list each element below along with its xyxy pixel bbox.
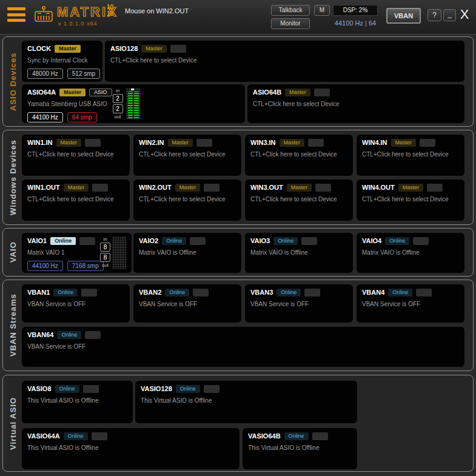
online-badge[interactable]: Online (284, 432, 309, 440)
online-badge[interactable]: Online (50, 237, 76, 245)
samplerate-box[interactable]: 44100 Hz (27, 261, 63, 271)
master-badge[interactable]: Master (56, 139, 82, 147)
device-status: VBAN Service is OFF (139, 301, 236, 307)
device-cell-vasio64a[interactable]: VASIO64A Online This Virtual ASIO is Off… (22, 428, 240, 469)
channel-count-bottom: 10 (107, 10, 113, 17)
vban-button[interactable]: VBAN (386, 8, 421, 24)
online-badge[interactable]: Online (57, 331, 81, 339)
master-badge[interactable]: Master (287, 184, 312, 192)
buffer-box[interactable]: 512 smp (67, 69, 100, 79)
device-cell-vban2[interactable]: VBAN2 Online VBAN Service is OFF (133, 284, 241, 323)
device-type-slot (314, 89, 330, 96)
online-badge[interactable]: Online (388, 289, 412, 297)
close-button[interactable]: X (456, 5, 473, 25)
minimize-button[interactable]: _ (443, 9, 456, 21)
in-label: in (103, 236, 107, 242)
talkback-button[interactable]: Talkback (271, 5, 310, 16)
section-windows-devices: Windows Devices WIN1.IN Master CTL+Click… (2, 130, 474, 225)
device-cell-vasio64b[interactable]: VASIO64B Online This Virtual ASIO is Off… (243, 428, 357, 469)
device-status: Sync by Internal Clock (27, 57, 97, 64)
master-badge[interactable]: Master (391, 139, 417, 147)
device-title: VASIO8 (27, 385, 52, 392)
master-badge[interactable]: Master (168, 139, 193, 147)
samplerate-box[interactable]: 44100 Hz (27, 112, 63, 122)
online-badge[interactable]: Online (277, 289, 301, 297)
device-cell-vban3[interactable]: VBAN3 Online VBAN Service is OFF (245, 284, 353, 323)
device-cell-vban64[interactable]: VBAN64 Online VBAN Service is OFF (22, 327, 464, 367)
status-text: Mouse on WIN2.OUT (125, 7, 189, 15)
master-badge[interactable]: Master (64, 184, 89, 192)
master-badge[interactable]: Master (59, 89, 85, 96)
section-vban-streams: VBAN Streams VBAN1 Online VBAN Service i… (2, 280, 474, 371)
online-badge[interactable]: Online (385, 237, 409, 245)
samplerate-box[interactable]: 48000 Hz (27, 69, 63, 79)
online-badge[interactable]: Online (165, 289, 189, 297)
device-title: VAIO1 (27, 237, 47, 244)
matrix-app-window: MATRIX 10 10 v 1.0.1.0 x64 Mouse on WIN2… (0, 0, 476, 476)
device-type-slot (92, 184, 108, 192)
master-badge[interactable]: Master (141, 45, 167, 53)
device-cell-win3in[interactable]: WIN3.IN Master CTL+Click here to select … (245, 135, 353, 176)
device-title: VBAN64 (27, 331, 53, 338)
online-badge[interactable]: Online (53, 289, 78, 297)
in-label: in (116, 88, 119, 93)
section-label-windows: Windows Devices (4, 130, 21, 224)
device-cell-win4out[interactable]: WIN4.OUT Master CTL+Click here to select… (357, 179, 464, 221)
device-cell-win2out[interactable]: WIN2.OUT Master CTL+Click here to select… (133, 179, 241, 221)
in-count: 2 (113, 94, 123, 103)
device-cell-vaio2[interactable]: VAIO2 Online Matrix VAIO is Offline (133, 233, 241, 273)
level-meter-panel (126, 88, 141, 119)
device-cell-asio64a[interactable]: ASIO64A Master ASIO Yamaha Steinberg USB… (22, 84, 245, 123)
device-cell-vasio8[interactable]: VASIO8 Online This Virtual ASIO is Offli… (22, 381, 133, 423)
master-badge[interactable]: Master (398, 184, 424, 192)
mute-button[interactable]: M (314, 5, 330, 16)
master-badge[interactable]: Master (280, 139, 305, 147)
device-cell-asio128[interactable]: ASIO128 Master CTL+Click here to select … (105, 41, 464, 82)
app-logo-icon (33, 5, 54, 25)
master-badge[interactable]: Master (55, 45, 81, 53)
online-badge[interactable]: Online (176, 385, 200, 393)
device-title: VAIO3 (250, 237, 270, 244)
io-channel-column: in 8 8 out (100, 236, 110, 269)
device-cell-win1out[interactable]: WIN1.OUT Master CTL+Click here to select… (22, 179, 130, 221)
master-badge[interactable]: Master (285, 89, 310, 96)
buffer-box[interactable]: 64 smp (67, 112, 97, 122)
device-cell-win1in[interactable]: WIN1.IN Master CTL+Click here to select … (22, 135, 130, 176)
device-cell-vaio3[interactable]: VAIO3 Online Matrix VAIO is Offline (245, 233, 353, 273)
device-select-hint: CTL+Click here to select Device (110, 57, 459, 64)
out-count: 8 (100, 253, 110, 262)
driver-type-badge[interactable]: ASIO (89, 89, 112, 96)
device-cell-vaio4[interactable]: VAIO4 Online Matrix VAIO is Offline (357, 233, 464, 273)
device-cell-asio64b[interactable]: ASIO64B Master CTL+Click here to select … (247, 84, 464, 123)
device-cell-vban4[interactable]: VBAN4 Online VBAN Service is OFF (357, 284, 464, 323)
device-name: Yamaha Steinberg USB ASIO (27, 101, 110, 107)
device-cell-vasio128[interactable]: VASIO128 Online This Virtual ASIO is Off… (135, 381, 357, 423)
device-cell-win4in[interactable]: WIN4.IN Master CTL+Click here to select … (357, 135, 464, 176)
online-badge[interactable]: Online (55, 385, 79, 393)
online-badge[interactable]: Online (162, 237, 186, 245)
online-badge[interactable]: Online (273, 237, 298, 245)
device-status: Matrix VAIO is Offline (362, 249, 459, 256)
device-title: VAIO4 (362, 237, 381, 244)
dsp-load-display: DSP: 2% (333, 5, 378, 16)
help-button[interactable]: ? (427, 9, 441, 21)
device-select-hint: CTL+Click here to select Device (139, 151, 236, 158)
device-status: VBAN Service is OFF (27, 343, 459, 350)
monitor-button[interactable]: Monitor (271, 18, 310, 29)
device-cell-win2in[interactable]: WIN2.IN Master CTL+Click here to select … (133, 135, 241, 176)
device-cell-vban1[interactable]: VBAN1 Online VBAN Service is OFF (22, 284, 130, 323)
title-bar: MATRIX 10 10 v 1.0.1.0 x64 Mouse on WIN2… (0, 0, 476, 35)
buffer-box[interactable]: 7168 smp (67, 261, 104, 271)
device-select-hint: CTL+Click here to select Device (250, 151, 347, 158)
master-badge[interactable]: Master (175, 184, 201, 192)
device-type-slot (190, 237, 206, 245)
samplerate-display: 44100 Hz | 64 (325, 19, 386, 27)
device-status: This Virtual ASIO is Offline (27, 444, 234, 451)
device-cell-vaio1[interactable]: VAIO1 Online Matrix VAIO 1 44100 Hz 7168… (22, 233, 132, 273)
in-count: 8 (100, 243, 110, 252)
device-type-slot (83, 385, 99, 393)
device-cell-win3out[interactable]: WIN3.OUT Master CTL+Click here to select… (245, 179, 353, 221)
menu-button[interactable] (7, 7, 25, 22)
device-cell-clock[interactable]: CLOCK Master Sync by Internal Clock 4800… (22, 41, 102, 82)
online-badge[interactable]: Online (64, 432, 88, 440)
